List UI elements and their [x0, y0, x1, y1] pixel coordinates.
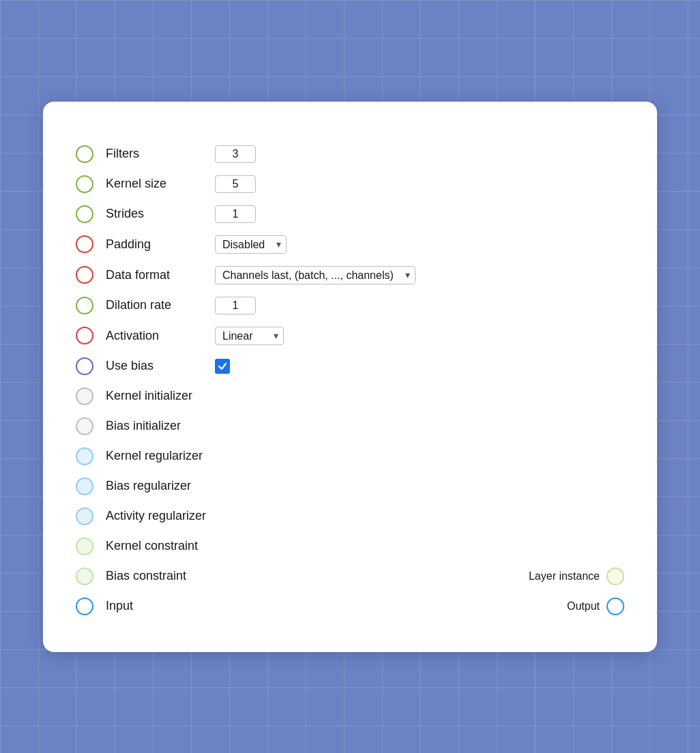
label-bias-constraint: Bias constraint — [106, 569, 215, 583]
param-row-data-format: Data formatChannels last, (batch, ..., c… — [76, 266, 624, 284]
right-connector-bias-constraint: Layer instance — [529, 567, 624, 585]
label-filters: Filters — [106, 147, 215, 161]
label-kernel-regularizer: Kernel regularizer — [106, 449, 215, 463]
param-row-filters: Filters — [76, 145, 624, 163]
param-row-kernel-regularizer: Kernel regularizer — [76, 447, 624, 465]
circle-activation — [76, 327, 93, 344]
label-strides: Strides — [106, 207, 215, 221]
checkbox-use-bias[interactable] — [215, 359, 230, 374]
circle-bias-regularizer — [76, 477, 93, 495]
circle-kernel-size — [76, 175, 93, 193]
input-kernel-size[interactable] — [215, 175, 256, 193]
label-data-format: Data format — [106, 268, 215, 282]
input-dilation-rate[interactable] — [215, 297, 256, 314]
circle-activity-regularizer — [76, 507, 93, 525]
circle-strides — [76, 205, 93, 223]
circle-input — [76, 597, 93, 615]
label-kernel-constraint: Kernel constraint — [106, 539, 215, 553]
param-row-padding: PaddingDisabledSameValidCausal▾ — [76, 235, 624, 254]
param-row-bias-initializer: Bias initializer — [76, 417, 624, 435]
circle-filters — [76, 145, 93, 163]
param-row-use-bias: Use bias — [76, 357, 624, 375]
circle-bias-initializer — [76, 417, 93, 435]
circle-data-format — [76, 266, 93, 284]
label-input: Input — [106, 599, 215, 613]
param-row-activity-regularizer: Activity regularizer — [76, 507, 624, 525]
label-kernel-initializer: Kernel initializer — [106, 389, 215, 403]
select-padding[interactable]: DisabledSameValidCausal — [215, 235, 287, 254]
circle-dilation-rate — [76, 297, 93, 314]
input-strides[interactable] — [215, 205, 256, 223]
label-use-bias: Use bias — [106, 359, 215, 373]
right-connector-input: Output — [567, 597, 624, 615]
param-row-kernel-constraint: Kernel constraint — [76, 537, 624, 555]
select-data-format[interactable]: Channels last, (batch, ..., channels)Cha… — [215, 266, 415, 284]
circle-padding — [76, 235, 93, 253]
label-dilation-rate: Dilation rate — [106, 298, 215, 312]
right-circle-bias-constraint — [607, 567, 624, 585]
circle-kernel-initializer — [76, 387, 93, 405]
label-activation: Activation — [106, 329, 215, 343]
convolution-1d-card: FiltersKernel sizeStridesPaddingDisabled… — [43, 102, 657, 652]
input-filters[interactable] — [215, 145, 256, 163]
select-activation[interactable]: LinearReLUSigmoidTanhSoftmax — [215, 327, 284, 345]
circle-kernel-constraint — [76, 537, 93, 555]
select-wrapper-activation: LinearReLUSigmoidTanhSoftmax▾ — [215, 327, 284, 345]
label-padding: Padding — [106, 237, 215, 252]
circle-bias-constraint — [76, 567, 93, 585]
param-row-input: InputOutput — [76, 597, 624, 615]
label-activity-regularizer: Activity regularizer — [106, 509, 215, 523]
label-kernel-size: Kernel size — [106, 177, 215, 191]
circle-kernel-regularizer — [76, 447, 93, 465]
label-bias-regularizer: Bias regularizer — [106, 479, 215, 493]
select-wrapper-data-format: Channels last, (batch, ..., channels)Cha… — [215, 266, 415, 284]
circle-use-bias — [76, 357, 93, 375]
param-row-strides: Strides — [76, 205, 624, 223]
param-row-kernel-size: Kernel size — [76, 175, 624, 193]
right-label-bias-constraint: Layer instance — [529, 570, 600, 582]
label-bias-initializer: Bias initializer — [106, 419, 215, 433]
param-row-activation: ActivationLinearReLUSigmoidTanhSoftmax▾ — [76, 327, 624, 345]
param-row-bias-constraint: Bias constraintLayer instance — [76, 567, 624, 585]
param-row-kernel-initializer: Kernel initializer — [76, 387, 624, 405]
select-wrapper-padding: DisabledSameValidCausal▾ — [215, 235, 287, 254]
right-label-input: Output — [567, 600, 600, 612]
right-circle-input — [607, 597, 624, 615]
param-row-bias-regularizer: Bias regularizer — [76, 477, 624, 495]
param-row-dilation-rate: Dilation rate — [76, 297, 624, 314]
